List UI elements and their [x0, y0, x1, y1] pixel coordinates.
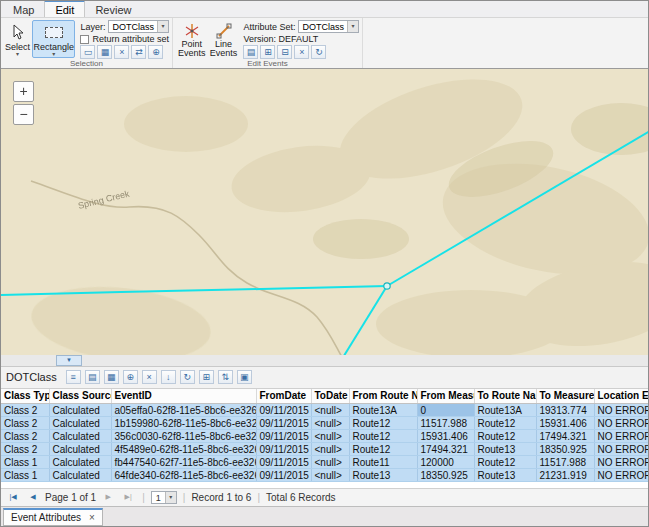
chevron-down-icon[interactable]: ▾: [347, 21, 358, 32]
table-cell[interactable]: 18350.925: [417, 469, 474, 482]
add-record-icon[interactable]: ⊞: [199, 370, 214, 384]
layer-dropdown[interactable]: DOTClass ▾: [108, 20, 169, 33]
page-size-dropdown[interactable]: 1 ▾: [151, 491, 177, 504]
table-cell[interactable]: 1b159980-62f8-11e5-8bc6-ee32641d5ec9: [111, 417, 256, 430]
clear-table-selection-icon[interactable]: ×: [142, 370, 157, 384]
delete-event-icon[interactable]: ×: [294, 45, 309, 59]
table-cell[interactable]: 11517.988: [536, 456, 594, 469]
table-cell[interactable]: Route12: [474, 456, 536, 469]
table-cell[interactable]: 17494.321: [417, 443, 474, 456]
select-by-rectangle-icon[interactable]: ▭: [80, 45, 95, 59]
table-cell[interactable]: Class 2: [1, 417, 49, 430]
table-cell[interactable]: Calculated: [49, 417, 111, 430]
remove-event-icon[interactable]: ⊟: [277, 45, 292, 59]
table-cell[interactable]: <null>: [311, 469, 349, 482]
tab-review[interactable]: Review: [85, 2, 141, 17]
show-selection-icon[interactable]: ▦: [97, 45, 112, 59]
sort-records-icon[interactable]: ⇅: [218, 370, 233, 384]
table-cell[interactable]: fb447540-62f7-11e5-8bc6-ee32641d5ec9: [111, 456, 256, 469]
select-tool-button[interactable]: Select ▾: [4, 20, 31, 58]
event-table-icon[interactable]: ▤: [243, 45, 258, 59]
column-header[interactable]: FromDate: [256, 389, 311, 404]
route-junction-vertex[interactable]: [384, 283, 390, 289]
table-cell[interactable]: Route13: [349, 469, 417, 482]
column-header[interactable]: To Measure: [536, 389, 594, 404]
column-header[interactable]: To Route Name: [474, 389, 536, 404]
table-cell[interactable]: Calculated: [49, 469, 111, 482]
table-cell[interactable]: <null>: [311, 430, 349, 443]
table-row[interactable]: Class 2Calculated4f5489e0-62f8-11e5-8bc6…: [1, 443, 648, 456]
table-cell[interactable]: 120000: [417, 456, 474, 469]
table-cell[interactable]: <null>: [311, 443, 349, 456]
zoom-out-button[interactable]: −: [13, 104, 34, 125]
table-cell[interactable]: Route11: [349, 456, 417, 469]
table-cell[interactable]: NO ERROR: [594, 417, 648, 430]
last-page-button[interactable]: ▶|: [120, 491, 136, 504]
column-header[interactable]: EventID: [111, 389, 256, 404]
table-cell[interactable]: Calculated: [49, 404, 111, 417]
table-cell[interactable]: 09/11/2015: [256, 417, 311, 430]
table-cell[interactable]: 09/11/2015: [256, 456, 311, 469]
table-cell[interactable]: Route12: [474, 430, 536, 443]
zoom-in-button[interactable]: +: [13, 81, 34, 102]
point-events-button[interactable]: Point Events: [176, 20, 208, 58]
table-cell[interactable]: 21231.919: [536, 469, 594, 482]
table-cell[interactable]: <null>: [311, 456, 349, 469]
table-cell[interactable]: Class 1: [1, 469, 49, 482]
table-cell[interactable]: 64fde340-62f8-11e5-8bc6-ee32641d5ec9: [111, 469, 256, 482]
refresh-table-icon[interactable]: ↻: [180, 370, 195, 384]
table-cell[interactable]: Class 2: [1, 430, 49, 443]
column-header[interactable]: From Measure: [417, 389, 474, 404]
table-cell[interactable]: 09/11/2015: [256, 469, 311, 482]
tab-event-attributes[interactable]: Event Attributes ×: [3, 508, 103, 526]
next-page-button[interactable]: ▶: [100, 491, 116, 504]
rectangle-tool-button[interactable]: Rectangle ▾: [32, 20, 75, 58]
zoom-to-selection-icon[interactable]: ⊕: [148, 45, 163, 59]
table-cell[interactable]: Route13A: [474, 404, 536, 417]
table-row[interactable]: Class 2Calculated356c0030-62f8-11e5-8bc6…: [1, 430, 648, 443]
table-cell[interactable]: Calculated: [49, 443, 111, 456]
show-selected-records-icon[interactable]: ▦: [104, 370, 119, 384]
table-cell[interactable]: 17494.321: [536, 430, 594, 443]
chevron-down-icon[interactable]: ▾: [165, 492, 176, 503]
tab-edit[interactable]: Edit: [44, 0, 85, 17]
table-cell[interactable]: 09/11/2015: [256, 430, 311, 443]
table-cell[interactable]: Route13A: [349, 404, 417, 417]
table-row[interactable]: Class 2Calculateda05effa0-62f8-11e5-8bc6…: [1, 404, 648, 417]
table-cell[interactable]: <null>: [311, 404, 349, 417]
table-cell[interactable]: NO ERROR: [594, 404, 648, 417]
table-cell[interactable]: NO ERROR: [594, 443, 648, 456]
table-cell[interactable]: Route12: [474, 417, 536, 430]
table-cell[interactable]: Class 1: [1, 456, 49, 469]
map-canvas[interactable]: Spring Creek + −: [1, 69, 648, 355]
refresh-events-icon[interactable]: ↻: [311, 45, 326, 59]
attribute-set-dropdown[interactable]: DOTClass ▾: [298, 20, 359, 33]
table-cell[interactable]: 11517.988: [417, 417, 474, 430]
table-cell[interactable]: Calculated: [49, 456, 111, 469]
column-header[interactable]: Location Error: [594, 389, 648, 404]
table-cell[interactable]: Route13: [474, 469, 536, 482]
table-cell[interactable]: Route13: [474, 443, 536, 456]
first-page-button[interactable]: |◀: [5, 491, 21, 504]
line-events-button[interactable]: Line Events: [209, 20, 239, 58]
switch-selection-icon[interactable]: ⇄: [131, 45, 146, 59]
show-all-records-icon[interactable]: ▤: [85, 370, 100, 384]
table-row[interactable]: Class 2Calculated1b159980-62f8-11e5-8bc6…: [1, 417, 648, 430]
close-icon[interactable]: ×: [89, 512, 95, 523]
table-cell[interactable]: 15931.406: [536, 417, 594, 430]
table-cell[interactable]: Class 2: [1, 404, 49, 417]
return-attribute-set-checkbox[interactable]: [80, 35, 89, 44]
table-cell[interactable]: a05effa0-62f8-11e5-8bc6-ee32641d5ec9: [111, 404, 256, 417]
table-cell[interactable]: NO ERROR: [594, 469, 648, 482]
column-header[interactable]: ToDate: [311, 389, 349, 404]
table-cell[interactable]: 356c0030-62f8-11e5-8bc6-ee32641d5ec9: [111, 430, 256, 443]
table-cell[interactable]: Route12: [349, 417, 417, 430]
column-header[interactable]: Class Source: [49, 389, 111, 404]
prev-page-button[interactable]: ◀: [25, 491, 41, 504]
chevron-down-icon[interactable]: ▾: [157, 21, 168, 32]
options-menu-icon[interactable]: ≡: [66, 370, 81, 384]
table-cell[interactable]: <null>: [311, 417, 349, 430]
column-header[interactable]: Class Type: [1, 389, 49, 404]
table-cell[interactable]: 09/11/2015: [256, 404, 311, 417]
table-cell[interactable]: Class 2: [1, 443, 49, 456]
